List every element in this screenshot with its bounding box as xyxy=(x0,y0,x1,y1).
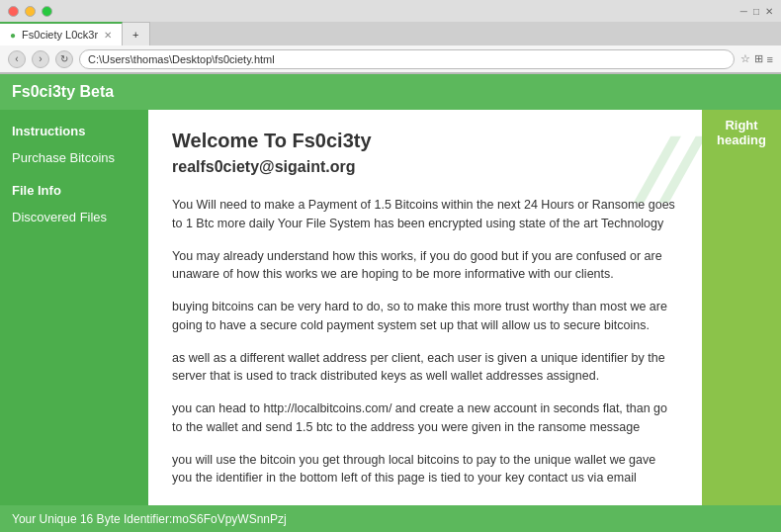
app-header: Fs0ci3ty Beta xyxy=(0,74,781,110)
content-para-5: you will use the bitcoin you get through… xyxy=(172,451,678,488)
new-tab[interactable]: + xyxy=(123,22,149,45)
forward-button[interactable]: › xyxy=(32,50,49,68)
tab-title: Fs0ciety L0ck3r xyxy=(22,29,98,41)
star-icon[interactable]: ☆ xyxy=(740,52,750,65)
right-heading: Right heading xyxy=(706,118,777,147)
title-bar-controls xyxy=(8,6,52,17)
content-para-2: buying bitcoins can be very hard to do, … xyxy=(172,298,678,335)
window-close-icon[interactable]: ✕ xyxy=(765,6,773,17)
footer: Your Unique 16 Byte Identifier:moS6FoVpy… xyxy=(0,505,781,532)
content-para-3: as well as a different wallet address pe… xyxy=(172,349,678,387)
url-input[interactable] xyxy=(79,49,735,69)
refresh-icon: ↻ xyxy=(60,53,68,64)
sidebar-item-file-info[interactable]: File Info xyxy=(0,177,148,204)
footer-identifier: Your Unique 16 Byte Identifier:moS6FoVpy… xyxy=(12,512,287,526)
forward-icon: › xyxy=(39,53,42,64)
content-para-4: you can head to http://localbitcoins.com… xyxy=(172,399,678,437)
close-button[interactable] xyxy=(8,6,19,17)
minimize-button[interactable] xyxy=(25,6,36,17)
content-area: // Welcome To Fs0ci3ty realfs0ciety@siga… xyxy=(148,110,702,505)
main-layout: Instructions Purchase Bitcoins File Info… xyxy=(0,110,781,505)
address-bar: ‹ › ↻ ☆ ⊞ ≡ xyxy=(0,45,781,73)
toolbar-icons: ☆ ⊞ ≡ xyxy=(740,52,773,65)
title-bar: ─ □ ✕ xyxy=(0,0,781,22)
sidebar-item-discovered-files[interactable]: Discovered Files xyxy=(0,204,148,230)
refresh-button[interactable]: ↻ xyxy=(55,50,73,68)
tab-bar: ● Fs0ciety L0ck3r ✕ + xyxy=(0,22,781,45)
page-wrapper: Fs0ci3ty Beta Instructions Purchase Bitc… xyxy=(0,74,781,532)
title-bar-right: ─ □ ✕ xyxy=(740,6,773,17)
content-para-1: You may already understand how this work… xyxy=(172,247,678,285)
sidebar-instructions-label: Instructions xyxy=(12,124,85,138)
active-tab[interactable]: ● Fs0ciety L0ck3r ✕ xyxy=(0,22,123,45)
sidebar-purchase-label: Purchase Bitcoins xyxy=(12,150,115,165)
sidebar-item-instructions[interactable]: Instructions xyxy=(0,118,148,144)
sidebar-item-purchase-bitcoins[interactable]: Purchase Bitcoins xyxy=(0,144,148,171)
content-email: realfs0ciety@sigaint.org xyxy=(172,158,678,176)
sidebar: Instructions Purchase Bitcoins File Info… xyxy=(0,110,148,505)
new-tab-icon: + xyxy=(132,29,138,41)
window-maximize-icon[interactable]: □ xyxy=(753,6,759,17)
right-panel: Right heading xyxy=(702,110,781,505)
browser-chrome: ─ □ ✕ ● Fs0ciety L0ck3r ✕ + ‹ › ↻ ☆ ⊞ ≡ xyxy=(0,0,781,74)
sidebar-discovered-label: Discovered Files xyxy=(12,210,107,224)
tab-close-icon[interactable]: ✕ xyxy=(104,30,112,41)
bookmark-icon[interactable]: ⊞ xyxy=(754,52,763,65)
back-button[interactable]: ‹ xyxy=(8,50,26,68)
back-icon: ‹ xyxy=(15,53,18,64)
tab-favicon: ● xyxy=(10,30,16,41)
menu-icon[interactable]: ≡ xyxy=(767,53,773,65)
window-minimize-icon[interactable]: ─ xyxy=(740,6,747,17)
sidebar-fileinfo-label: File Info xyxy=(12,183,61,198)
content-para-0: You Will need to make a Payment of 1.5 B… xyxy=(172,196,678,233)
maximize-button[interactable] xyxy=(42,6,52,17)
content-title: Welcome To Fs0ci3ty xyxy=(172,130,678,152)
app-title: Fs0ci3ty Beta xyxy=(12,83,114,101)
